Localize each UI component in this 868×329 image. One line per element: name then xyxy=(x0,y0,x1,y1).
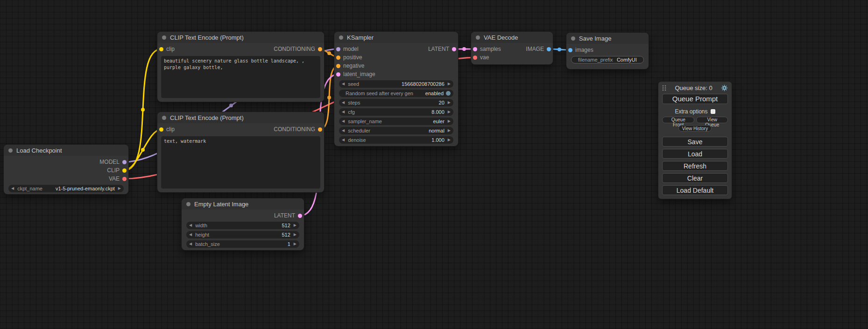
input-slot-negative[interactable] xyxy=(336,64,340,68)
decrement-arrow-icon[interactable]: ◀ xyxy=(342,127,345,134)
widget-height[interactable]: ◀ height 512 ▶ xyxy=(186,231,299,238)
node-title-bar[interactable]: VAE Decode xyxy=(471,32,553,43)
increment-arrow-icon[interactable]: ▶ xyxy=(448,108,451,116)
widget-label: scheduler xyxy=(348,128,370,133)
prompt-text-negative[interactable]: text, watermark xyxy=(161,136,320,189)
decrement-arrow-icon[interactable]: ◀ xyxy=(342,118,345,125)
load-button[interactable]: Load xyxy=(662,149,728,159)
output-label-conditioning: CONDITIONING xyxy=(274,45,315,53)
output-slot-image[interactable] xyxy=(547,47,551,51)
increment-arrow-icon[interactable]: ▶ xyxy=(448,136,451,144)
view-history-button[interactable]: View History xyxy=(678,125,712,132)
increment-arrow-icon[interactable]: ▶ xyxy=(294,240,296,248)
output-slot-model[interactable] xyxy=(122,160,127,164)
increment-arrow-icon[interactable]: ▶ xyxy=(294,222,296,229)
node-title-bar[interactable]: Empty Latent Image xyxy=(182,198,304,210)
widget-value: 512 xyxy=(282,232,290,238)
output-slot-conditioning[interactable] xyxy=(318,47,322,51)
extra-options-checkbox[interactable] xyxy=(711,109,715,114)
node-title-bar[interactable]: Save Image xyxy=(566,33,649,44)
collapse-dot[interactable] xyxy=(162,35,166,40)
input-slot-positive[interactable] xyxy=(336,56,340,60)
increment-arrow-icon[interactable]: ▶ xyxy=(448,80,451,88)
decrement-arrow-icon[interactable]: ◀ xyxy=(189,240,192,248)
widget-batch-size[interactable]: ◀ batch_size 1 ▶ xyxy=(186,240,299,248)
collapse-dot[interactable] xyxy=(339,35,343,40)
input-slot-clip[interactable] xyxy=(159,127,163,132)
decrement-arrow-icon[interactable]: ◀ xyxy=(342,99,345,106)
widget-denoise[interactable]: ◀ denoise 1.000 ▶ xyxy=(339,136,453,144)
node-load-checkpoint[interactable]: Load Checkpoint MODEL CLIP VAE ◀ ckpt_na… xyxy=(4,145,128,194)
input-slot-latent-image[interactable] xyxy=(336,72,340,77)
widget-label: steps xyxy=(348,100,360,105)
queue-prompt-button[interactable]: Queue Prompt xyxy=(662,94,728,104)
node-empty-latent-image[interactable]: Empty Latent Image LATENT ◀ width 512 ▶ … xyxy=(182,198,304,250)
decrement-arrow-icon[interactable]: ◀ xyxy=(342,80,345,88)
node-clip-text-encode-positive[interactable]: CLIP Text Encode (Prompt) clip CONDITION… xyxy=(157,32,324,102)
clear-button[interactable]: Clear xyxy=(662,173,728,183)
widget-label: height xyxy=(195,232,209,238)
collapse-dot[interactable] xyxy=(476,35,480,40)
widget-ckpt-name[interactable]: ◀ ckpt_name v1-5-pruned-emaonly.ckpt ▶ xyxy=(8,185,124,192)
node-title: VAE Decode xyxy=(484,34,518,41)
node-graph-canvas[interactable]: Load Checkpoint MODEL CLIP VAE ◀ ckpt_na… xyxy=(0,0,868,329)
decrement-arrow-icon[interactable]: ◀ xyxy=(189,231,192,238)
extra-options-label: Extra options xyxy=(675,108,707,115)
increment-arrow-icon[interactable]: ▶ xyxy=(448,127,451,134)
load-default-button[interactable]: Load Default xyxy=(662,185,728,195)
output-slot-vae[interactable] xyxy=(122,177,127,181)
widget-steps[interactable]: ◀ steps 20 ▶ xyxy=(339,99,453,106)
widget-label: ckpt_name xyxy=(17,186,42,191)
widget-value: 1 xyxy=(288,241,290,247)
prompt-text-positive[interactable]: beautiful scenery nature glass bottle la… xyxy=(161,56,320,98)
collapse-dot[interactable] xyxy=(186,202,191,206)
input-slot-samples[interactable] xyxy=(473,47,477,51)
link-midpoint-dot xyxy=(462,47,466,51)
toggle-knob[interactable] xyxy=(446,91,451,96)
queue-panel-header: Queue size: 0 xyxy=(662,84,728,91)
collapse-dot[interactable] xyxy=(571,36,575,41)
widget-filename-prefix[interactable]: filename_prefix ComfyUI xyxy=(571,56,644,63)
node-title-bar[interactable]: CLIP Text Encode (Prompt) xyxy=(157,32,324,43)
input-slot-images[interactable] xyxy=(568,48,572,52)
widget-label: sampler_name xyxy=(348,119,382,124)
node-clip-text-encode-negative[interactable]: CLIP Text Encode (Prompt) clip CONDITION… xyxy=(157,112,324,192)
widget-seed[interactable]: ◀ seed 156680208700286 ▶ xyxy=(339,80,453,88)
refresh-button[interactable]: Refresh xyxy=(662,161,728,171)
node-vae-decode[interactable]: VAE Decode samples IMAGE vae xyxy=(471,32,553,64)
increment-arrow-icon[interactable]: ▶ xyxy=(448,99,451,106)
link-midpoint-dot xyxy=(141,148,145,152)
widget-cfg[interactable]: ◀ cfg 8.000 ▶ xyxy=(339,108,453,116)
node-ksampler[interactable]: KSampler model LATENT positive negative … xyxy=(334,32,458,146)
settings-gear-icon[interactable] xyxy=(721,84,728,91)
increment-arrow-icon[interactable]: ▶ xyxy=(118,185,121,192)
increment-arrow-icon[interactable]: ▶ xyxy=(448,118,451,125)
input-slot-vae[interactable] xyxy=(473,56,477,60)
output-slot-conditioning[interactable] xyxy=(318,127,322,132)
output-slot-latent[interactable] xyxy=(298,214,302,218)
decrement-arrow-icon[interactable]: ◀ xyxy=(342,136,345,144)
decrement-arrow-icon[interactable]: ◀ xyxy=(189,222,192,229)
node-title-bar[interactable]: Load Checkpoint xyxy=(4,145,128,156)
collapse-dot[interactable] xyxy=(8,148,13,153)
queue-front-button[interactable]: Queue Front xyxy=(662,117,694,123)
decrement-arrow-icon[interactable]: ◀ xyxy=(11,185,14,192)
increment-arrow-icon[interactable]: ▶ xyxy=(294,231,296,238)
output-slot-latent[interactable] xyxy=(452,47,456,51)
input-slot-model[interactable] xyxy=(336,47,340,51)
input-slot-clip[interactable] xyxy=(159,47,163,51)
node-title-bar[interactable]: CLIP Text Encode (Prompt) xyxy=(157,112,324,123)
widget-width[interactable]: ◀ width 512 ▶ xyxy=(186,222,299,229)
node-title-bar[interactable]: KSampler xyxy=(334,32,458,43)
decrement-arrow-icon[interactable]: ◀ xyxy=(342,108,345,116)
output-slot-clip[interactable] xyxy=(122,168,127,173)
slot-row: model LATENT xyxy=(334,45,458,53)
drag-handle-icon[interactable] xyxy=(662,85,666,91)
view-queue-button[interactable]: View Queue xyxy=(696,117,728,123)
node-save-image[interactable]: Save Image images filename_prefix ComfyU… xyxy=(566,33,649,69)
save-button[interactable]: Save xyxy=(662,137,728,147)
widget-scheduler[interactable]: ◀ scheduler normal ▶ xyxy=(339,127,453,134)
collapse-dot[interactable] xyxy=(162,116,166,120)
widget-sampler-name[interactable]: ◀ sampler_name euler ▶ xyxy=(339,118,453,125)
widget-random-seed-toggle[interactable]: Random seed after every gen enabled xyxy=(339,90,453,97)
